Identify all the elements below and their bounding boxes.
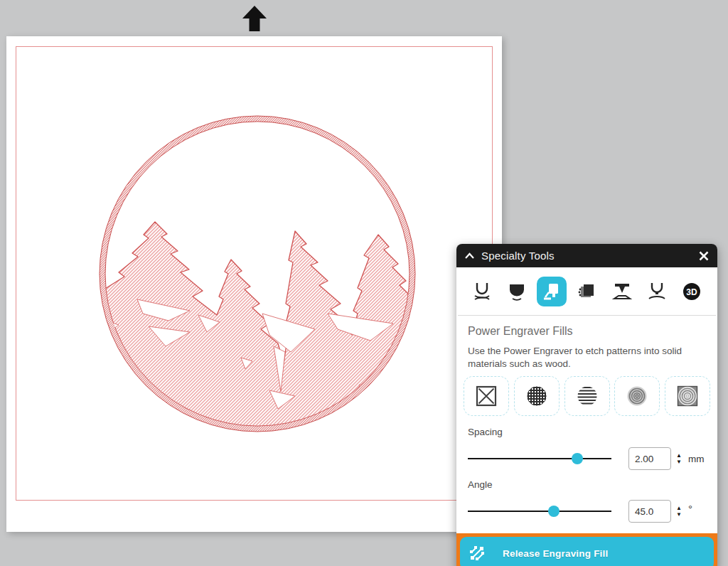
power-engraver-tool-icon: [541, 281, 562, 302]
punch-tool-icon: [576, 281, 597, 302]
pattern-concentric-squares[interactable]: [665, 376, 710, 416]
stipple-tool-icon: [506, 281, 528, 302]
section-title: Power Engraver Fills: [468, 325, 706, 338]
angle-step-down-icon[interactable]: ▼: [676, 511, 682, 518]
angle-step-up-icon[interactable]: ▲: [676, 505, 682, 511]
panel-divider: [458, 315, 716, 316]
tool-deboss[interactable]: [607, 277, 637, 306]
close-panel-button[interactable]: [698, 250, 710, 262]
specialty-tools-panel: Specialty Tools: [456, 244, 717, 566]
spacing-step-up-icon[interactable]: ▲: [676, 452, 682, 459]
svg-text:3D: 3D: [686, 287, 697, 297]
tool-3d[interactable]: 3D: [677, 277, 707, 306]
spacing-step-down-icon[interactable]: ▼: [676, 459, 682, 465]
concentric-circles-pattern-icon: [624, 383, 650, 409]
collapse-panel-button[interactable]: [464, 252, 475, 260]
tool-sketch[interactable]: [467, 277, 497, 306]
tool-tabs-row: 3D: [456, 267, 717, 314]
horizontal-lines-pattern-icon: [574, 383, 600, 409]
spacing-stepper[interactable]: ▲ ▼: [676, 452, 682, 465]
pattern-crosshatch[interactable]: [514, 376, 560, 416]
tool-punch[interactable]: [572, 277, 601, 306]
pattern-concentric-circles[interactable]: [614, 376, 660, 416]
spacing-label: Spacing: [468, 427, 706, 437]
engraving-fill-icon: [469, 545, 486, 562]
angle-slider-track[interactable]: [468, 511, 611, 512]
angle-group: Angle ▲ ▼ °: [468, 479, 706, 523]
angle-slider-thumb[interactable]: [548, 506, 560, 517]
none-pattern-icon: [473, 383, 499, 409]
spacing-unit: mm: [688, 454, 705, 464]
spacing-slider-track[interactable]: [468, 458, 611, 459]
score-tool-icon: [646, 281, 668, 302]
angle-stepper[interactable]: ▲ ▼: [676, 505, 682, 518]
section-description: Use the Power Engraver to etch patterns …: [468, 345, 707, 370]
angle-unit: °: [688, 503, 692, 515]
close-icon: [698, 250, 710, 262]
angle-value-input[interactable]: [628, 500, 671, 523]
sketch-tool-icon: [471, 281, 493, 302]
panel-title: Specialty Tools: [481, 250, 555, 262]
action-button-highlight-ring: Release Engraving Fill: [456, 533, 717, 566]
tool-power-engraver[interactable]: [537, 277, 567, 306]
spacing-value-input[interactable]: [628, 447, 671, 470]
pattern-none[interactable]: [464, 376, 509, 416]
pattern-horizontal-lines[interactable]: [564, 376, 610, 416]
fill-patterns-row: [456, 370, 717, 417]
tool-score[interactable]: [642, 277, 672, 306]
action-button-label: Release Engraving Fill: [503, 548, 608, 559]
3d-tool-icon: 3D: [681, 281, 702, 302]
crosshatch-pattern-icon: [524, 383, 550, 409]
angle-label: Angle: [468, 479, 706, 490]
panel-header: Specialty Tools: [456, 244, 717, 267]
chevron-up-icon: [464, 252, 475, 260]
deboss-tool-icon: [611, 281, 633, 302]
concentric-squares-pattern-icon: [675, 383, 700, 409]
release-engraving-fill-button[interactable]: Release Engraving Fill: [460, 537, 714, 566]
design-page: [6, 36, 502, 532]
mat-direction-arrow-icon: [241, 5, 268, 33]
spacing-group: Spacing ▲ ▼ mm: [468, 427, 706, 470]
app-window: { "canvas": { "background_color": "#c6c7…: [0, 0, 728, 566]
spacing-slider-thumb[interactable]: [572, 453, 583, 464]
engraving-design[interactable]: [6, 36, 502, 532]
tool-stipple[interactable]: [502, 277, 532, 306]
